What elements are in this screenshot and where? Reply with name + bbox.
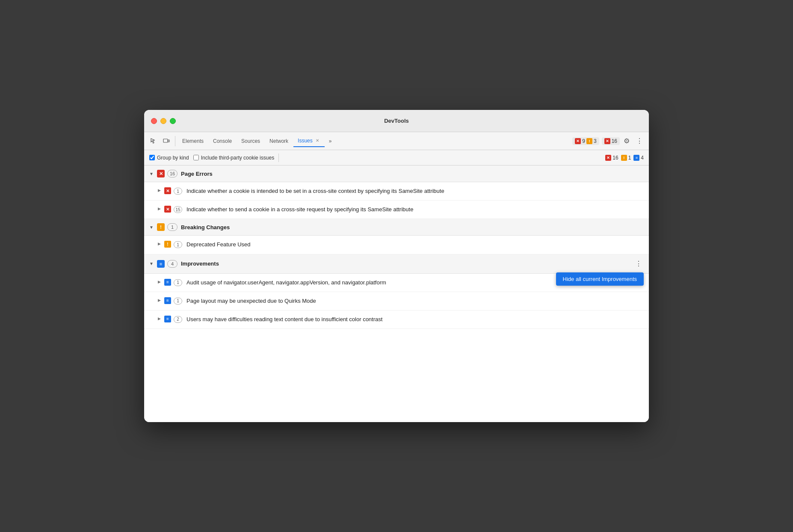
page-errors-icon: ✕ (157, 170, 165, 177)
page-errors-items: ▶ ✕ 1 Indicate whether a cookie is inten… (144, 182, 649, 219)
svg-rect-1 (168, 140, 169, 142)
sec-info-badge[interactable]: ≡ 4 (633, 155, 644, 161)
error-icon-2: ✕ (604, 138, 610, 144)
issue-text-6: Users may have difficulties reading text… (186, 316, 382, 323)
issue-info-icon-1: ≡ (164, 279, 171, 286)
toolbar-divider-1 (175, 136, 175, 146)
improvements-title: Improvements (181, 260, 219, 267)
settings-button[interactable]: ⚙ (621, 135, 633, 147)
issue-item-cookie-samesite-2[interactable]: ▶ ✕ 15 Indicate whether to send a cookie… (144, 201, 649, 219)
issue-text-5: Page layout may be unexpected due to Qui… (186, 297, 316, 305)
traffic-lights (151, 118, 176, 124)
page-errors-count: 16 (167, 170, 178, 177)
issue-count-1: 1 (174, 188, 182, 195)
issue-expand-arrow: ▶ (158, 188, 161, 192)
issue-item-color-contrast[interactable]: ▶ ≡ 2 Users may have difficulties readin… (144, 310, 649, 329)
issue-error-icon-2: ✕ (164, 206, 171, 213)
issue-count-2: 15 (174, 206, 182, 213)
issue-text-2: Indicate whether to send a cookie in a c… (186, 206, 413, 213)
third-party-checkbox-label[interactable]: Include third-party cookie issues (193, 155, 274, 161)
tab-more-button[interactable]: » (325, 136, 335, 146)
issue-info-icon-2: ≡ (164, 297, 171, 304)
sec-warning-icon: ! (621, 155, 627, 161)
inspect-element-button[interactable] (148, 135, 160, 147)
third-party-checkbox[interactable] (193, 155, 199, 160)
devtools-window: DevTools Elements Console Sources Networ… (144, 110, 649, 422)
maximize-button[interactable] (170, 118, 176, 124)
tab-console[interactable]: Console (209, 135, 236, 147)
issue-count-6: 2 (174, 316, 182, 323)
issue-count-3: 1 (174, 241, 182, 248)
group-by-kind-checkbox-label[interactable]: Group by kind (149, 155, 189, 161)
breaking-changes-header[interactable]: ▼ ! 1 Breaking Changes (144, 219, 649, 236)
issues-content: ▼ ✕ 16 Page Errors ▶ ✕ 1 Indicate whethe… (144, 166, 649, 422)
page-errors-arrow: ▼ (149, 171, 154, 176)
issue-text-3: Deprecated Feature Used (186, 241, 251, 248)
improvements-section: ▼ ≡ 4 Improvements ⋮ Hide all current Im… (144, 254, 649, 329)
error-count-badge[interactable]: ✕ 16 (602, 137, 620, 145)
titlebar: DevTools (144, 110, 649, 132)
device-toolbar-button[interactable] (160, 135, 172, 147)
main-toolbar: Elements Console Sources Network Issues … (144, 132, 649, 150)
breaking-changes-arrow: ▼ (149, 225, 154, 230)
improvements-arrow: ▼ (149, 261, 154, 266)
page-errors-section: ▼ ✕ 16 Page Errors ▶ ✕ 1 Indicate whethe… (144, 166, 649, 219)
svg-rect-0 (163, 139, 168, 142)
issue-text-1: Indicate whether a cookie is intended to… (186, 187, 444, 195)
secondary-badges: ✕ 16 ! 1 ≡ 4 (605, 155, 644, 161)
page-errors-header[interactable]: ▼ ✕ 16 Page Errors (144, 166, 649, 182)
issue-text-4: Audit usage of navigator.userAgent, navi… (186, 279, 386, 287)
issue-expand-arrow-2: ▶ (158, 207, 161, 211)
error-warning-badge[interactable]: ✕ 9 ! 3 (572, 137, 599, 145)
secondary-divider (278, 154, 279, 162)
secondary-toolbar: Group by kind Include third-party cookie… (144, 150, 649, 166)
close-button[interactable] (151, 118, 157, 124)
improvements-header[interactable]: ▼ ≡ 4 Improvements ⋮ Hide all current Im… (144, 254, 649, 274)
minimize-button[interactable] (160, 118, 166, 124)
breaking-changes-title: Breaking Changes (181, 224, 230, 231)
breaking-changes-icon: ! (157, 223, 165, 231)
issue-item-cookie-samesite-1[interactable]: ▶ ✕ 1 Indicate whether a cookie is inten… (144, 182, 649, 201)
issue-error-icon: ✕ (164, 187, 171, 194)
issue-item-quirks-mode[interactable]: ▶ ≡ 1 Page layout may be unexpected due … (144, 292, 649, 310)
issue-expand-arrow-3: ▶ (158, 242, 161, 246)
issue-warning-icon: ! (164, 241, 171, 248)
issue-count-4: 1 (174, 279, 182, 286)
warning-icon: ! (586, 138, 592, 144)
issue-count-5: 1 (174, 298, 182, 304)
breaking-changes-count: 1 (167, 223, 178, 231)
issue-expand-arrow-4: ▶ (158, 280, 161, 284)
sec-warning-badge[interactable]: ! 1 (621, 155, 631, 161)
improvements-icon: ≡ (157, 260, 165, 268)
page-errors-title: Page Errors (181, 171, 213, 177)
issue-expand-arrow-5: ▶ (158, 298, 161, 302)
tab-issues[interactable]: Issues ✕ (293, 135, 325, 147)
sec-info-icon: ≡ (633, 155, 639, 161)
toolbar-badges: ✕ 9 ! 3 ✕ 16 (572, 137, 620, 145)
breaking-changes-section: ▼ ! 1 Breaking Changes ▶ ! 1 Deprecated … (144, 219, 649, 254)
tab-close-issues[interactable]: ✕ (314, 138, 320, 144)
window-title: DevTools (384, 118, 409, 124)
sec-error-badge[interactable]: ✕ 16 (605, 155, 618, 161)
improvements-more-button[interactable]: ⋮ Hide all current Improvements (633, 259, 644, 269)
tab-network[interactable]: Network (265, 135, 293, 147)
tab-sources[interactable]: Sources (237, 135, 264, 147)
issue-info-icon-3: ≡ (164, 316, 171, 322)
more-options-button[interactable]: ⋮ (633, 135, 645, 147)
tab-elements[interactable]: Elements (178, 135, 208, 147)
group-by-kind-checkbox[interactable] (149, 155, 155, 160)
issue-expand-arrow-6: ▶ (158, 316, 161, 321)
issue-item-deprecated[interactable]: ▶ ! 1 Deprecated Feature Used (144, 236, 649, 254)
improvements-dropdown[interactable]: Hide all current Improvements (556, 272, 644, 286)
sec-error-icon: ✕ (605, 155, 611, 161)
improvements-count: 4 (167, 260, 178, 268)
breaking-changes-items: ▶ ! 1 Deprecated Feature Used (144, 236, 649, 254)
error-icon: ✕ (575, 138, 581, 144)
